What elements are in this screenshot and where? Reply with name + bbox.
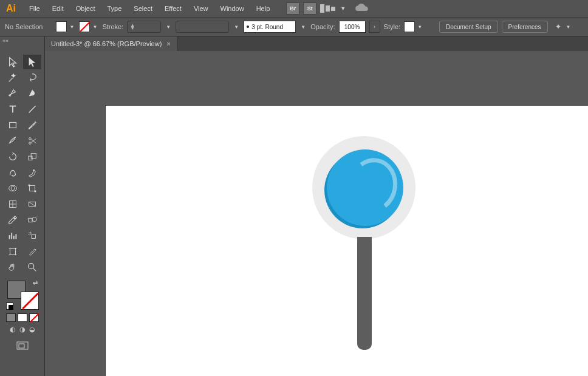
scale-tool[interactable] — [23, 149, 41, 164]
color-mode-row — [6, 313, 39, 322]
curvature-tool[interactable] — [23, 86, 41, 101]
menu-type[interactable]: Type — [101, 2, 128, 15]
shape-builder-tool[interactable] — [4, 181, 22, 196]
blend-tool[interactable] — [23, 213, 41, 227]
arrange-documents-button[interactable] — [320, 3, 336, 14]
stroke-weight-field[interactable]: ▲▼ — [127, 21, 161, 33]
svg-point-14 — [32, 217, 36, 222]
svg-rect-19 — [19, 344, 24, 348]
tools-panel-collapse[interactable]: «« — [0, 36, 45, 51]
brush-definition-dropdown[interactable]: 3 pt. Round — [244, 21, 296, 33]
column-graph-tool[interactable] — [4, 228, 22, 243]
document-setup-button[interactable]: Document Setup — [439, 21, 498, 33]
canvas-area[interactable] — [45, 51, 588, 376]
profile-dropdown-chevron[interactable]: ▼ — [233, 21, 240, 32]
lasso-tool[interactable] — [23, 70, 41, 85]
artboard[interactable] — [106, 106, 588, 376]
menu-help[interactable]: Help — [250, 2, 276, 15]
line-segment-tool[interactable] — [23, 102, 41, 117]
pen-tool[interactable] — [4, 86, 22, 101]
default-fill-stroke-icon[interactable] — [6, 303, 13, 310]
menu-effect[interactable]: Effect — [159, 2, 188, 15]
tools-panel: ⇄ ◐ ◑ ◒ — [0, 51, 45, 376]
color-mode-gradient[interactable] — [18, 313, 27, 322]
warp-tool[interactable] — [4, 165, 22, 180]
screen-mode-button[interactable] — [14, 340, 31, 352]
svg-rect-15 — [32, 234, 35, 238]
gradient-tool[interactable] — [23, 197, 41, 211]
svg-rect-9 — [28, 185, 30, 186]
gpu-preview-icon[interactable] — [354, 2, 370, 15]
color-mode-none[interactable] — [29, 313, 39, 322]
swap-fill-stroke-icon[interactable]: ⇄ — [33, 279, 38, 286]
svg-rect-16 — [10, 249, 15, 255]
type-tool[interactable] — [4, 102, 22, 117]
fill-stroke-indicator[interactable]: ⇄ — [6, 279, 39, 310]
opacity-field[interactable]: 100% — [339, 21, 366, 33]
scissors-tool[interactable] — [23, 134, 41, 148]
svg-point-5 — [33, 169, 35, 171]
menu-file[interactable]: File — [23, 2, 46, 15]
magnifier-handle — [357, 237, 372, 350]
selection-status-label: No Selection — [5, 23, 43, 30]
graphic-style-dropdown[interactable]: ▼ — [404, 21, 423, 32]
draw-behind-icon[interactable]: ◑ — [19, 326, 26, 333]
paintbrush-tool[interactable] — [23, 118, 41, 132]
color-mode-normal[interactable] — [6, 313, 16, 322]
rectangle-tool[interactable] — [4, 118, 22, 132]
magnifying-glass-illustration[interactable] — [312, 136, 415, 239]
brush-dot-icon — [247, 26, 249, 28]
svg-rect-8 — [29, 186, 35, 191]
pencil-tool[interactable] — [4, 134, 22, 148]
menu-window[interactable]: Window — [214, 2, 250, 15]
svg-point-1 — [29, 138, 31, 140]
brush-dropdown-chevron[interactable]: ▼ — [299, 21, 307, 32]
preferences-button[interactable]: Preferences — [502, 21, 548, 33]
svg-point-2 — [29, 142, 31, 145]
app-logo: Ai — [4, 1, 18, 16]
bridge-button[interactable]: Br — [286, 2, 299, 15]
mesh-tool[interactable] — [4, 197, 22, 211]
fill-swatch[interactable]: ▼ — [56, 21, 75, 32]
chevron-down-icon[interactable]: ▼ — [340, 5, 346, 12]
svg-rect-10 — [34, 191, 36, 193]
eyedropper-tool[interactable] — [4, 213, 22, 227]
close-tab-icon[interactable]: × — [166, 40, 170, 47]
document-tab-bar: «« Untitled-3* @ 66.67% (RGB/Preview) × — [0, 36, 588, 51]
slice-tool[interactable] — [23, 244, 41, 259]
svg-point-17 — [28, 264, 33, 269]
control-bar: No Selection ▼ ▼ Stroke: ▲▼ ▼ ▼ 3 pt. Ro… — [0, 17, 588, 36]
align-flyout-chevron[interactable]: ▼ — [565, 21, 572, 32]
selection-tool[interactable] — [4, 55, 22, 69]
document-tab-title: Untitled-3* @ 66.67% (RGB/Preview) — [51, 40, 162, 47]
hand-tool[interactable] — [4, 260, 22, 275]
app-logo-text: Ai — [6, 3, 16, 14]
menu-bar: Ai File Edit Object Type Select Effect V… — [0, 0, 588, 17]
free-transform-tool[interactable] — [23, 181, 41, 196]
stroke-indicator[interactable] — [21, 292, 39, 310]
symbol-sprayer-tool[interactable] — [23, 228, 41, 243]
artboard-tool[interactable] — [4, 244, 22, 259]
menu-select[interactable]: Select — [128, 2, 159, 15]
draw-normal-icon[interactable]: ◐ — [10, 326, 16, 333]
stroke-swatch[interactable]: ▼ — [79, 21, 98, 32]
variable-width-profile-dropdown[interactable] — [176, 21, 229, 33]
puppet-warp-tool[interactable] — [23, 165, 41, 180]
opacity-label: Opacity: — [310, 23, 335, 30]
document-tab[interactable]: Untitled-3* @ 66.67% (RGB/Preview) × — [45, 36, 177, 51]
stock-button[interactable]: St — [303, 2, 316, 15]
svg-rect-13 — [28, 218, 32, 222]
align-flyout-icon[interactable]: ✦ — [555, 22, 561, 31]
zoom-tool[interactable] — [23, 260, 41, 275]
direct-selection-tool[interactable] — [23, 55, 41, 69]
rotate-tool[interactable] — [4, 149, 22, 164]
menu-object[interactable]: Object — [70, 2, 101, 15]
magic-wand-tool[interactable] — [4, 70, 22, 85]
magnifier-rim — [312, 136, 415, 239]
opacity-flyout[interactable]: › — [369, 21, 380, 33]
stroke-weight-dropdown[interactable]: ▼ — [165, 21, 172, 32]
workspace: ⇄ ◐ ◑ ◒ — [0, 51, 588, 376]
draw-inside-icon[interactable]: ◒ — [29, 326, 35, 333]
menu-edit[interactable]: Edit — [46, 2, 70, 15]
menu-view[interactable]: View — [188, 2, 214, 15]
